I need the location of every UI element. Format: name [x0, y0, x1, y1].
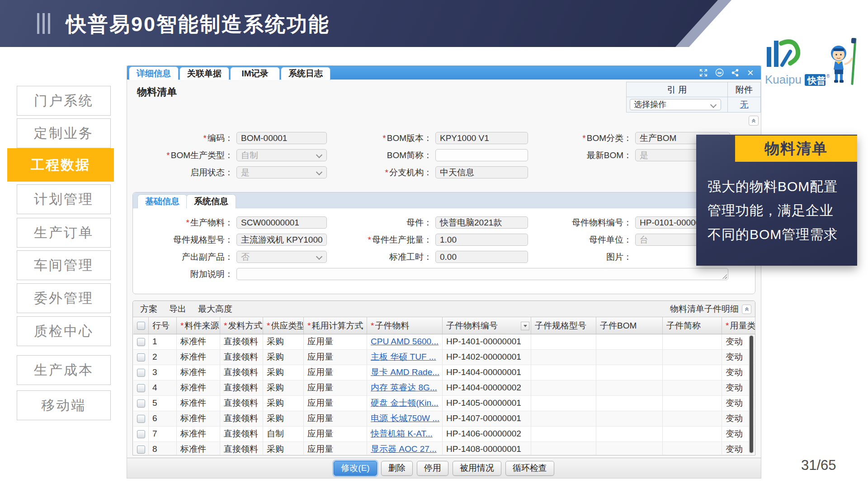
footer-button-3[interactable]: 停用	[417, 461, 448, 476]
basic-tab-1[interactable]: 基础信息	[137, 194, 187, 208]
row-checkbox[interactable]	[137, 399, 145, 408]
window-tab-4[interactable]: 系统日志	[281, 67, 330, 80]
row-checkbox[interactable]	[137, 353, 145, 361]
basic-tab-2[interactable]: 系统信息	[186, 194, 236, 208]
row-checkbox[interactable]	[137, 384, 145, 392]
child-material-link[interactable]: 快普机箱 K-AT...	[371, 429, 433, 438]
field-select[interactable]: 是	[236, 166, 327, 178]
column-header-8[interactable]: 子件规格型号	[531, 317, 596, 334]
child-material-link[interactable]: 显卡 AMD Rade...	[371, 367, 439, 377]
footer-button-2[interactable]: 删除	[381, 461, 413, 476]
collapse-section-button[interactable]	[749, 116, 759, 126]
sidebar-item-2[interactable]: 定制业务	[17, 118, 111, 148]
row-checkbox[interactable]	[137, 338, 145, 346]
table-row[interactable]: 2标准件直接领料采购应用量主板 华硕 TUF ...HP-1402-000000…	[133, 350, 755, 365]
sidebar-item-10[interactable]: 移动端	[17, 390, 111, 420]
toolbar-item-2[interactable]: 导出	[169, 303, 186, 315]
field-input[interactable]	[435, 149, 528, 161]
column-header-9[interactable]: 子件BOM	[596, 317, 663, 334]
filter-dropdown-icon[interactable]	[521, 322, 529, 330]
field-input[interactable]: 快普电脑2021款	[435, 216, 528, 229]
reference-header: 引 用	[627, 82, 728, 97]
toolbar-item-1[interactable]: 方案	[140, 303, 157, 315]
callout-body: 强大的物料BOM配置管理功能，满足企业不同的BOM管理需求	[708, 174, 853, 246]
cell-text: 标准件	[180, 398, 206, 408]
field-input[interactable]: 中天信息	[435, 166, 528, 178]
table-row[interactable]: 8标准件直接领料采购应用量显示器 AOC 27...HP-1408-000000…	[133, 442, 755, 455]
sidebar-item-3[interactable]: 工程数据	[7, 148, 114, 182]
column-header-7[interactable]: 子件物料编号	[443, 317, 531, 334]
row-checkbox[interactable]	[137, 446, 145, 454]
field-label: *分支机构：	[335, 166, 432, 178]
column-header-10[interactable]: 子件简称	[663, 317, 722, 334]
column-header-6[interactable]: *子件物料	[367, 317, 443, 334]
row-checkbox[interactable]	[137, 369, 145, 377]
field-select[interactable]: 否	[236, 251, 327, 263]
table-row[interactable]: 3标准件直接领料采购应用量显卡 AMD Rade...HP-1404-00000…	[133, 365, 755, 380]
column-header-2[interactable]: *料件来源	[177, 317, 220, 334]
sidebar-item-1[interactable]: 门户系统	[17, 86, 111, 116]
im-icon[interactable]: IM	[714, 67, 725, 78]
row-checkbox[interactable]	[137, 415, 145, 423]
table-cell: HP-1402-00000001	[443, 350, 531, 365]
sidebar-item-9[interactable]: 生产成本	[17, 355, 111, 385]
column-header-1[interactable]: 行号	[149, 317, 177, 334]
table-cell	[531, 334, 596, 349]
child-material-link[interactable]: 电源 长城750W ...	[371, 413, 439, 423]
field-input[interactable]: SCW00000001	[236, 216, 327, 229]
window-tab-2[interactable]: 关联单据	[179, 67, 229, 80]
cell-text: 变动	[726, 413, 743, 423]
field-label: 最新BOM：	[534, 149, 632, 161]
window-tab-1[interactable]: 详细信息	[129, 66, 179, 80]
table-cell: 标准件	[177, 334, 220, 349]
field-value: 是	[241, 168, 250, 177]
cell-text: 直接领料	[224, 367, 258, 377]
column-header-3[interactable]: *发料方式	[220, 317, 263, 334]
table-row[interactable]: 1标准件直接领料采购应用量CPU AMD 5600...HP-1401-0000…	[133, 334, 755, 350]
attachment-link[interactable]: 无	[740, 99, 749, 111]
table-row[interactable]: 7标准件直接领料自制应用量快普机箱 K-AT...HP-1406-0000000…	[133, 427, 755, 442]
field-input[interactable]: 主流游戏机 KPY1000	[236, 234, 327, 246]
operation-select[interactable]: 选择操作	[630, 99, 721, 110]
select-all-checkbox[interactable]	[137, 322, 145, 330]
footer-button-1[interactable]: 修改(E)	[334, 461, 377, 476]
share-icon[interactable]	[730, 67, 740, 78]
sidebar-item-7[interactable]: 委外管理	[17, 283, 111, 313]
resize-grip[interactable]	[722, 274, 727, 279]
sidebar-item-4[interactable]: 计划管理	[17, 184, 111, 214]
table-scrollbar[interactable]	[749, 335, 754, 454]
required-mark: *	[166, 150, 170, 160]
column-header-11[interactable]: *用量类型	[722, 317, 755, 334]
required-mark: *	[186, 218, 189, 227]
footer-button-4[interactable]: 被用情况	[453, 461, 501, 476]
cell-text: HP-1405-00000001	[446, 398, 521, 408]
field-select[interactable]: 自制	[236, 149, 327, 161]
field-input[interactable]: 1.00	[435, 234, 528, 246]
sidebar-item-8[interactable]: 质检中心	[17, 316, 111, 346]
footer-button-5[interactable]: 循环检查	[505, 461, 554, 476]
row-checkbox[interactable]	[137, 430, 145, 438]
sidebar-item-5[interactable]: 生产订单	[17, 218, 111, 248]
collapse-table-button[interactable]	[742, 305, 751, 314]
column-header-4[interactable]: *供应类型	[263, 317, 304, 334]
field-input[interactable]: BOM-00001	[236, 132, 327, 144]
fullscreen-icon[interactable]	[698, 67, 708, 78]
child-material-link[interactable]: 内存 英睿达 8G...	[371, 383, 437, 392]
field-input[interactable]: KPY1000 V1	[435, 132, 528, 144]
table-row[interactable]: 4标准件直接领料采购应用量内存 英睿达 8G...HP-1404-0000000…	[133, 380, 755, 396]
table-row[interactable]: 6标准件直接领料采购应用量电源 长城750W ...HP-1407-000000…	[133, 411, 755, 427]
child-material-link[interactable]: CPU AMD 5600...	[371, 337, 439, 346]
child-material-link[interactable]: 硬盘 金士顿(Kin...	[371, 398, 439, 408]
row-checkbox-cell	[133, 380, 149, 395]
child-material-link[interactable]: 主板 华硕 TUF ...	[371, 352, 436, 361]
close-icon[interactable]	[745, 67, 755, 78]
field-textarea[interactable]	[236, 268, 728, 280]
child-material-link[interactable]: 显示器 AOC 27...	[371, 444, 437, 454]
toolbar-item-3[interactable]: 最大高度	[198, 303, 232, 315]
table-row[interactable]: 5标准件直接领料采购应用量硬盘 金士顿(Kin...HP-1405-000000…	[133, 396, 755, 411]
field-input[interactable]: 0.00	[435, 251, 528, 263]
scrollbar-thumb[interactable]	[750, 336, 753, 453]
window-tab-3[interactable]: IM记录	[230, 67, 280, 80]
sidebar-item-6[interactable]: 车间管理	[17, 250, 111, 280]
column-header-5[interactable]: *耗用计算方式	[304, 317, 367, 334]
